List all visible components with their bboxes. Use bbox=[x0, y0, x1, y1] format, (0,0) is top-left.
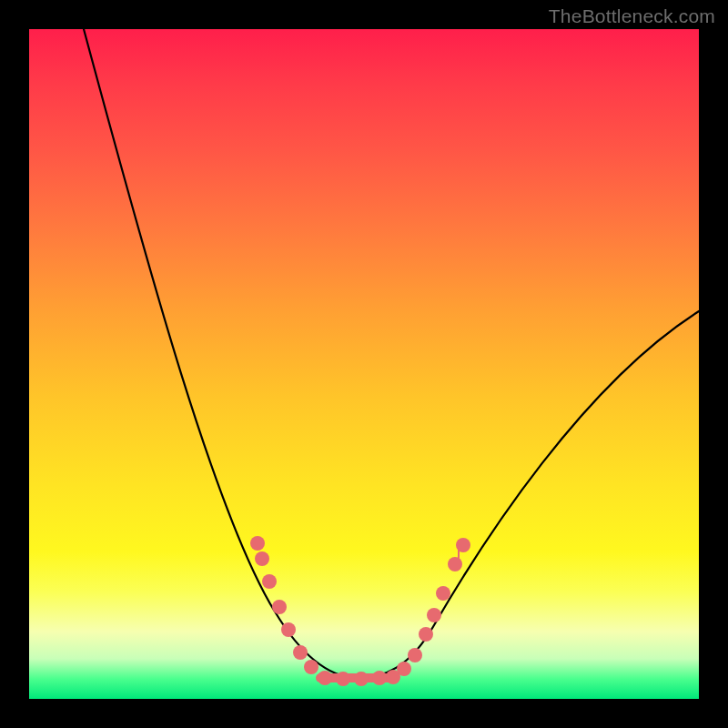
curve-dot bbox=[250, 536, 265, 551]
chart-frame: TheBottleneck.com bbox=[0, 0, 728, 728]
bottleneck-curve bbox=[84, 29, 699, 678]
curve-dot bbox=[255, 551, 269, 566]
curve-dot bbox=[397, 662, 411, 676]
curve-dot bbox=[436, 586, 450, 601]
curve-dot bbox=[372, 671, 387, 685]
curve-dot bbox=[419, 627, 433, 642]
curve-dot bbox=[262, 574, 277, 589]
curve-svg bbox=[29, 29, 699, 699]
curve-dot bbox=[354, 672, 369, 686]
curve-dot bbox=[448, 557, 462, 571]
plot-area bbox=[29, 29, 699, 699]
curve-dot bbox=[318, 671, 332, 685]
curve-dot bbox=[272, 600, 287, 614]
curve-dot bbox=[336, 672, 350, 686]
curve-dot bbox=[427, 608, 441, 622]
watermark-text: TheBottleneck.com bbox=[549, 5, 715, 27]
curve-dot bbox=[304, 660, 318, 674]
curve-dot bbox=[408, 648, 422, 662]
curve-dot bbox=[281, 622, 296, 637]
curve-dot bbox=[293, 645, 308, 660]
